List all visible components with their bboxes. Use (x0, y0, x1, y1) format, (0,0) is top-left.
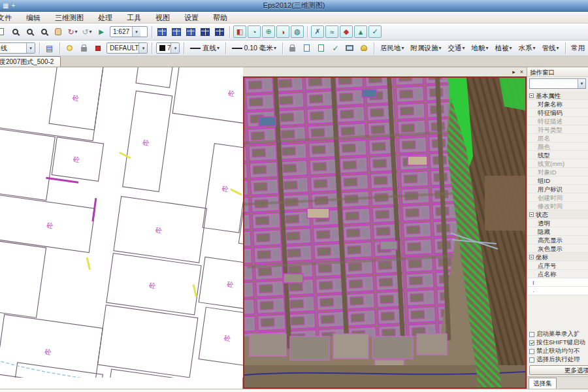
map-2d-view[interactable]: 砼 砼 砼 砼 砼 砼 砼 砼 砼 砼 砼 砼 砼 砼 (0, 67, 243, 389)
scale-combobox[interactable]: 1:627 ▾ (110, 26, 148, 37)
menu-settings[interactable]: 设置 (177, 12, 206, 24)
collapse-box-icon[interactable] (529, 255, 534, 259)
view-toggle-3-button[interactable]: ⊕ (262, 25, 275, 38)
category-facilities[interactable]: 附属设施▾ (407, 42, 444, 55)
view-toggle-5-button[interactable]: ◍ (291, 25, 304, 38)
view-toggle-1-button[interactable]: ◧ (233, 25, 246, 38)
property-row[interactable]: 隐藏 (527, 227, 588, 236)
view-toggle-2-button[interactable]: ◔ (248, 25, 261, 38)
property-row[interactable]: 对象名称 (527, 100, 588, 108)
rotate-back-button[interactable]: ↺▾ (80, 25, 93, 39)
collapse-box-icon[interactable] (529, 212, 534, 217)
property-group-basic[interactable]: 基本属性 (527, 91, 588, 100)
category-traffic[interactable]: 交通▾ (444, 42, 468, 55)
line-style-dropdown[interactable]: 直线 ▾ (187, 42, 223, 55)
property-row[interactable]: 线型 (527, 151, 588, 159)
category-landform[interactable]: 地貌▾ (468, 42, 491, 55)
view-toggle-4-button[interactable]: ◑ (276, 25, 289, 38)
edit-toggle-2-button[interactable]: ≈ (325, 25, 338, 38)
document-tab[interactable]: 度2007图式_500-2 (0, 56, 61, 67)
category-water[interactable]: 水系▾ (515, 42, 539, 55)
property-row[interactable]: 创建时间 (527, 193, 588, 202)
menu-help[interactable]: 帮助 (206, 12, 235, 24)
option-checkbox-row[interactable]: 选择后执行处理 (527, 355, 588, 364)
collapse-box-icon[interactable] (529, 93, 534, 98)
category-common[interactable]: 常用 (568, 42, 588, 55)
layer-color-button[interactable] (91, 42, 105, 55)
lock-object-button[interactable] (286, 42, 299, 55)
property-row[interactable]: 线宽(mm) (527, 159, 588, 168)
object-select-combobox[interactable]: ▾ (529, 78, 586, 89)
validate-button[interactable]: ✓ (329, 42, 342, 55)
edit-toggle-4-button[interactable]: ▲ (354, 25, 367, 38)
property-value-row[interactable]: · (527, 287, 588, 295)
layer-lock-button[interactable] (77, 42, 90, 55)
view-3d-viewport[interactable] (243, 76, 527, 389)
new-doc-button[interactable] (300, 42, 313, 55)
clipped-button[interactable] (0, 25, 7, 39)
edit-toggle-1-button[interactable]: ✗ (311, 25, 324, 38)
property-row[interactable]: 特征描述 (527, 117, 588, 125)
property-row[interactable]: 修改时间 (527, 202, 588, 210)
menu-view[interactable]: 视图 (148, 12, 177, 24)
property-group-coords[interactable]: 坐标 (527, 253, 588, 261)
color-combobox[interactable]: DEFAULT ▾ (106, 42, 148, 54)
property-row[interactable]: 用户标识 (527, 185, 588, 193)
checkbox[interactable] (529, 357, 534, 363)
property-row[interactable]: 高亮显示 (527, 236, 588, 244)
rotate-view-button[interactable]: ↻▾ (66, 25, 79, 39)
tile-vertical-button[interactable] (170, 25, 183, 39)
menu-file[interactable]: 文件 (0, 12, 19, 24)
fly-through-button[interactable]: ▶ (95, 25, 108, 39)
menu-edit[interactable]: 编辑 (19, 12, 48, 24)
panel-close-button[interactable]: × (519, 68, 525, 76)
menu-tools[interactable]: 工具 (120, 12, 148, 24)
category-vegetation[interactable]: 植被▾ (491, 42, 515, 55)
zoom-out-button[interactable] (23, 25, 36, 39)
checkbox[interactable] (529, 332, 534, 337)
property-row[interactable]: 特征编码 (527, 108, 588, 117)
layer-manager-button[interactable]: ▤ (43, 42, 56, 55)
category-pipeline[interactable]: 管线▾ (539, 42, 563, 55)
cascade-windows-button[interactable] (184, 25, 197, 39)
layer-combobox[interactable]: 线 ▾ (0, 42, 35, 54)
property-row[interactable]: 点名称 (527, 270, 588, 278)
panel-collapse-button[interactable]: ▸ (511, 68, 517, 76)
property-row[interactable]: 点序号 (527, 261, 588, 270)
line-width-dropdown[interactable]: 0.10 毫米 ▾ (229, 42, 280, 55)
property-row[interactable]: 层名 (527, 134, 588, 142)
property-row[interactable]: 颜色 (527, 142, 588, 151)
property-row[interactable]: 对象ID (527, 168, 588, 176)
menu-process[interactable]: 处理 (91, 12, 120, 24)
property-value-row[interactable]: I (527, 278, 588, 287)
layer-visible-button[interactable] (63, 42, 76, 55)
menu-3d-mapping[interactable]: 三维测图 (48, 12, 91, 24)
property-row[interactable]: 符号类型 (527, 125, 588, 134)
option-checkbox-row[interactable]: 禁止联动均匀不 (527, 347, 588, 355)
option-checkbox-row[interactable]: 按住SHIFT键启动 (527, 338, 588, 347)
edit-toggle-3-button[interactable]: ◆ (340, 25, 353, 38)
selection-set-tab[interactable]: 选择集 (529, 378, 557, 389)
pen-width-combobox[interactable]: 7 ▾ (156, 42, 180, 54)
option-checkbox-row[interactable]: 启动菜单录入扩 (527, 330, 588, 338)
pan-button[interactable] (52, 25, 65, 39)
edit-toggle-5-button[interactable]: ✓ (368, 25, 382, 38)
zoom-in-button[interactable] (8, 25, 22, 39)
more-options-button[interactable]: 更多选项 (529, 365, 588, 375)
property-row[interactable]: 组ID (527, 176, 588, 185)
display-button[interactable] (343, 42, 356, 55)
property-row[interactable]: 透明 (527, 219, 588, 227)
edit-doc-button[interactable] (314, 42, 327, 55)
tile-horizontal-button[interactable] (155, 25, 169, 39)
category-residential[interactable]: 居民地▾ (377, 42, 408, 55)
padlock-icon (289, 47, 295, 52)
zoom-window-button[interactable] (37, 25, 50, 39)
property-row[interactable]: 灰色显示 (527, 244, 588, 253)
checkbox[interactable] (529, 349, 534, 354)
checkbox[interactable] (529, 340, 534, 346)
single-window-button[interactable] (199, 25, 212, 39)
check-icon: ✓ (332, 44, 338, 53)
link-views-button[interactable] (213, 25, 226, 39)
property-group-status[interactable]: 状态 (527, 210, 588, 219)
database-button[interactable] (357, 42, 370, 55)
